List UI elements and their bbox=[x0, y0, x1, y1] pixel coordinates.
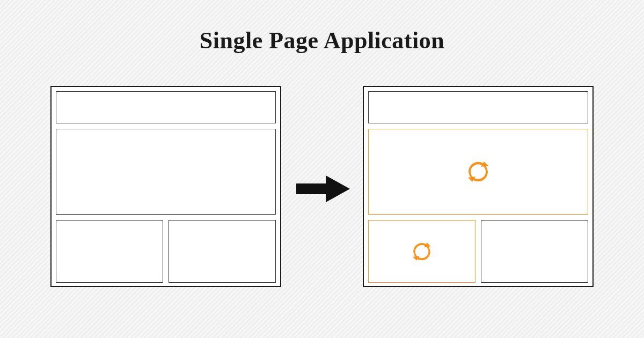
region-header bbox=[368, 91, 588, 123]
arrow-right-icon bbox=[296, 173, 350, 205]
wireframe-before bbox=[50, 86, 281, 287]
region-hero-reloading bbox=[368, 129, 588, 215]
region-bottom-right bbox=[481, 220, 588, 283]
wireframe-after bbox=[363, 86, 594, 287]
diagram-title: Single Page Application bbox=[0, 27, 644, 54]
region-bottom-right bbox=[169, 220, 276, 283]
region-hero bbox=[56, 129, 276, 215]
region-header bbox=[56, 91, 276, 123]
refresh-icon bbox=[410, 240, 434, 263]
region-bottom-left bbox=[56, 220, 163, 283]
refresh-icon bbox=[465, 158, 492, 185]
svg-marker-0 bbox=[296, 175, 350, 202]
region-bottom-left-reloading bbox=[368, 220, 475, 283]
